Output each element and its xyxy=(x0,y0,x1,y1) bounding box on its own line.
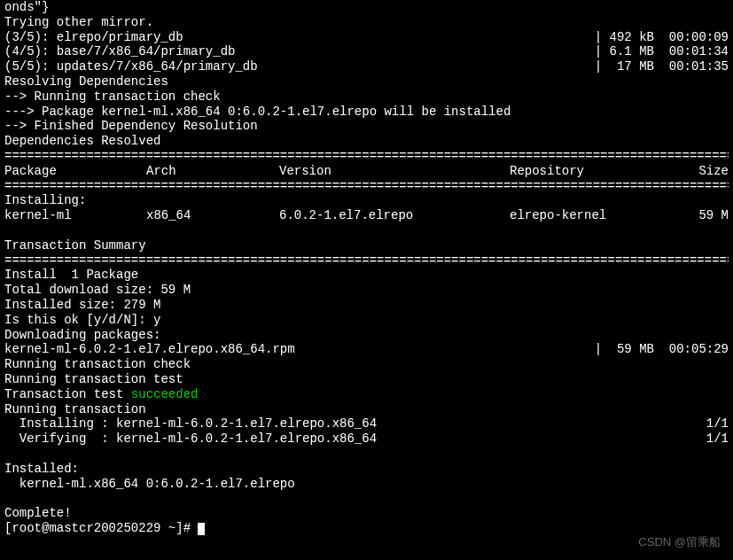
download-line: (5/5): updates/7/x86_64/primary_db | 17 … xyxy=(4,59,729,74)
column-header: Size xyxy=(682,164,729,179)
table-header: Package Arch Version Repository Size xyxy=(4,164,729,179)
install-step: Installing : kernel-ml-6.0.2-1.el7.elrep… xyxy=(4,416,729,432)
cell-version: 6.0.2-1.el7.elrepo xyxy=(279,208,510,223)
tx-test-line: Transaction test succeeded xyxy=(4,387,729,402)
download-line: (4/5): base/7/x86_64/primary_db | 6.1 MB… xyxy=(4,44,729,59)
table-row: kernel-ml x86_64 6.0.2-1.el7.elrepo elre… xyxy=(4,208,729,223)
output-line: Installed size: 279 M xyxy=(4,298,729,313)
shell-prompt[interactable]: [root@mastcr200250229 ~]# xyxy=(4,521,205,535)
output-line xyxy=(4,447,729,462)
installed-pkg: kernel-ml.x86_64 0:6.0.2-1.el7.elrepo xyxy=(4,477,729,492)
cell-size: 59 M xyxy=(682,208,729,223)
download-line: kernel-ml-6.0.2-1.el7.elrepo.x86_64.rpm … xyxy=(4,342,729,357)
output-line: Downloading packages: xyxy=(4,328,729,343)
tx-summary-label: Transaction Summary xyxy=(4,238,729,253)
output-line xyxy=(4,491,729,506)
output-line: onds"} xyxy=(4,0,729,15)
output-line: Dependencies Resolved xyxy=(4,134,729,149)
output-line: Resolving Dependencies xyxy=(4,74,729,89)
succeeded-status: succeeded xyxy=(131,387,199,401)
separator-line: ========================================… xyxy=(4,149,729,164)
output-line: Trying other mirror. xyxy=(4,15,729,30)
output-line: --> Running transaction check xyxy=(4,89,729,105)
output-line: Running transaction check xyxy=(4,357,729,372)
separator-line: ========================================… xyxy=(4,179,729,194)
cursor-icon xyxy=(198,523,205,535)
output-line: ---> Package kernel-ml.x86_64 0:6.0.2-1.… xyxy=(4,105,729,120)
column-header: Arch xyxy=(146,164,279,179)
output-line: --> Finished Dependency Resolution xyxy=(4,119,729,134)
watermark: CSDN @留乘船 xyxy=(638,535,721,549)
download-line: (3/5): elrepo/primary_db | 492 kB 00:00:… xyxy=(4,30,729,45)
column-header: Repository xyxy=(510,164,682,179)
column-header: Version xyxy=(279,164,510,179)
cell-arch: x86_64 xyxy=(146,208,279,223)
output-line xyxy=(4,223,729,238)
separator-line: ========================================… xyxy=(4,253,729,268)
installed-label: Installed: xyxy=(4,462,729,477)
install-count: Install 1 Package xyxy=(4,268,729,283)
column-header: Package xyxy=(4,164,146,179)
output-line: Total download size: 59 M xyxy=(4,283,729,298)
cell-repo: elrepo-kernel xyxy=(510,208,682,223)
output-line: Running transaction xyxy=(4,402,729,417)
output-line: Running transaction test xyxy=(4,372,729,387)
output-line: Is this ok [y/d/N]: y xyxy=(4,313,729,328)
terminal-output[interactable]: onds"} Trying other mirror. (3/5): elrep… xyxy=(4,0,729,536)
cell-package: kernel-ml xyxy=(4,208,146,223)
installing-label: Installing: xyxy=(4,193,729,208)
complete-label: Complete! xyxy=(4,506,729,521)
install-step: Verifying : kernel-ml-6.0.2-1.el7.elrepo… xyxy=(4,432,729,447)
